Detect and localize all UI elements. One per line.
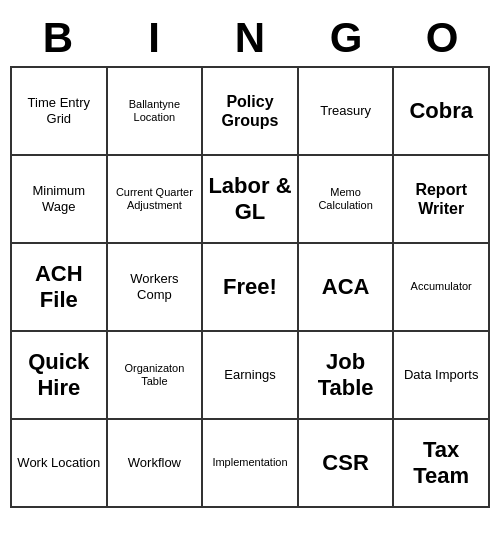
cell-2-2: Free! [203,244,299,332]
cell-4-4: Tax Team [394,420,490,508]
cell-3-3: Job Table [299,332,395,420]
cell-1-3: Memo Calculation [299,156,395,244]
header-letter: I [106,10,202,66]
cell-2-1: Workers Comp [108,244,204,332]
header-letter: G [298,10,394,66]
cell-1-0: Minimum Wage [12,156,108,244]
cell-3-2: Earnings [203,332,299,420]
cell-4-0: Work Location [12,420,108,508]
cell-3-4: Data Imports [394,332,490,420]
cell-2-0: ACH File [12,244,108,332]
bingo-grid: Time Entry GridBallantyne LocationPolicy… [10,66,490,508]
cell-1-4: Report Writer [394,156,490,244]
cell-1-1: Current Quarter Adjustment [108,156,204,244]
header-letter: N [202,10,298,66]
cell-0-0: Time Entry Grid [12,68,108,156]
header-letter: B [10,10,106,66]
cell-0-4: Cobra [394,68,490,156]
cell-0-1: Ballantyne Location [108,68,204,156]
header-letter: O [394,10,490,66]
cell-0-2: Policy Groups [203,68,299,156]
cell-0-3: Treasury [299,68,395,156]
bingo-card: BINGO Time Entry GridBallantyne Location… [10,10,490,508]
cell-2-3: ACA [299,244,395,332]
cell-4-3: CSR [299,420,395,508]
cell-2-4: Accumulator [394,244,490,332]
cell-1-2: Labor & GL [203,156,299,244]
cell-4-2: Implementation [203,420,299,508]
cell-4-1: Workflow [108,420,204,508]
bingo-header: BINGO [10,10,490,66]
cell-3-0: Quick Hire [12,332,108,420]
cell-3-1: Organizaton Table [108,332,204,420]
